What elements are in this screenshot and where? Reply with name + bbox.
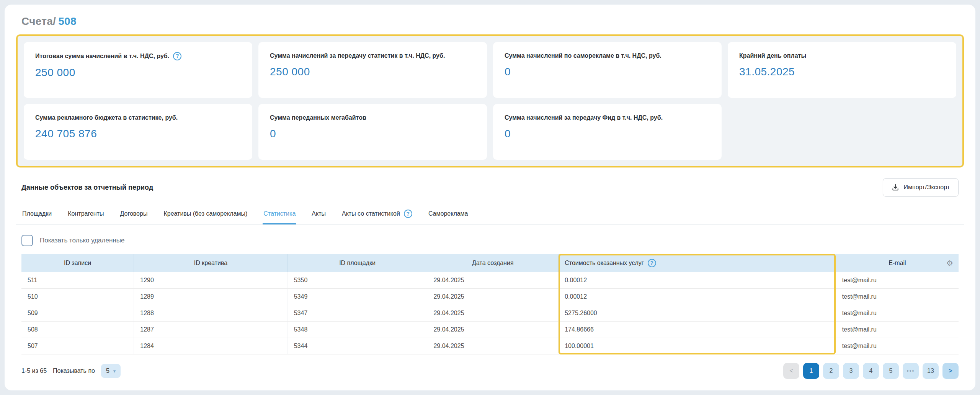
chevron-down-icon: ▾: [113, 368, 116, 374]
summary-cards-highlight-box: Итоговая сумма начислений в т.ч. НДС, ру…: [16, 34, 964, 167]
cell-record-id: 507: [21, 338, 134, 354]
import-export-button[interactable]: Импорт/Экспорт: [883, 178, 959, 197]
tab-label: Договоры: [120, 210, 147, 217]
cell-record-id: 509: [21, 305, 134, 322]
tab-akty-so-statistikoy[interactable]: Акты со статистикой ?: [341, 204, 413, 224]
tab-samoreklama[interactable]: Самореклама: [428, 204, 469, 224]
cell-creative-id: 1290: [134, 272, 287, 289]
tab-label: Акты со статистикой: [342, 210, 400, 217]
tab-label: Статистика: [263, 210, 296, 217]
breadcrumb-count: 508: [58, 15, 77, 27]
cell-service-cost: 100.00001: [559, 338, 836, 354]
cell-platform-id: 5344: [287, 338, 427, 354]
tab-kontragenty[interactable]: Контрагенты: [67, 204, 105, 224]
cell-service-cost: 0.00012: [559, 289, 836, 305]
cell-creative-id: 1289: [134, 289, 287, 305]
pagination-prev-button[interactable]: <: [783, 363, 799, 379]
pagination-ellipsis[interactable]: •••: [903, 363, 919, 379]
cell-platform-id: 5350: [287, 272, 427, 289]
card-value: 31.05.2025: [739, 66, 945, 78]
card-label: Сумма начислений по саморекламе в т.ч. Н…: [505, 52, 710, 60]
show-deleted-checkbox[interactable]: [21, 235, 33, 246]
col-header-email: E-mail ⚙: [836, 254, 959, 272]
import-export-label: Импорт/Экспорт: [904, 184, 950, 191]
download-icon: [892, 184, 899, 191]
cell-record-id: 511: [21, 272, 134, 289]
cell-platform-id: 5348: [287, 322, 427, 338]
cell-email: test@mail.ru: [836, 322, 959, 338]
card-value: 250 000: [35, 67, 241, 79]
card-label: Сумма рекламного бюджета в статистике, р…: [35, 114, 241, 122]
tab-label: Площадки: [22, 210, 52, 217]
cell-created-date: 29.04.2025: [427, 305, 559, 322]
table-row: 511 1290 5350 29.04.2025 0.00012 test@ma…: [21, 272, 959, 289]
page-size-label: Показывать по: [53, 367, 95, 374]
tab-dogovory[interactable]: Договоры: [119, 204, 148, 224]
cell-creative-id: 1284: [134, 338, 287, 354]
tab-label: Самореклама: [428, 210, 468, 217]
help-icon[interactable]: ?: [648, 259, 656, 267]
cell-platform-id: 5347: [287, 305, 427, 322]
page-size-select[interactable]: 5 ▾: [101, 364, 121, 378]
pagination-page-3[interactable]: 3: [843, 363, 859, 379]
tab-akty[interactable]: Акты: [311, 204, 327, 224]
pagination-page-1[interactable]: 1: [803, 363, 819, 379]
cell-email: test@mail.ru: [836, 338, 959, 354]
table-row: 510 1289 5349 29.04.2025 0.00012 test@ma…: [21, 289, 959, 305]
card-label: Сумма начислений за передачу статистик в…: [270, 52, 475, 60]
filter-row: Показать только удаленные: [21, 235, 959, 246]
pagination-page-4[interactable]: 4: [863, 363, 879, 379]
range-text: 1-5 из 65: [21, 367, 47, 374]
card-value: 0: [505, 66, 710, 78]
gear-icon[interactable]: ⚙: [946, 259, 953, 267]
main-panel: Счета/508 Итоговая сумма начислений в т.…: [5, 5, 975, 390]
pagination: < 1 2 3 4 5 ••• 13 >: [783, 363, 959, 379]
cell-service-cost: 5275.26000: [559, 305, 836, 322]
tab-statistika[interactable]: Статистика: [263, 204, 296, 224]
card-value: 250 000: [270, 66, 475, 78]
section-title: Данные объектов за отчетный период: [21, 184, 153, 192]
cell-service-cost: 0.00012: [559, 272, 836, 289]
help-icon[interactable]: ?: [173, 52, 181, 60]
pagination-next-button[interactable]: >: [942, 363, 959, 379]
card-total-accruals: Итоговая сумма начислений в т.ч. НДС, ру…: [24, 42, 252, 98]
breadcrumb: Счета/508: [21, 15, 964, 28]
tab-kreativy[interactable]: Креативы (без саморекламы): [163, 204, 248, 224]
pagination-page-13[interactable]: 13: [923, 363, 939, 379]
cell-created-date: 29.04.2025: [427, 322, 559, 338]
cell-email: test@mail.ru: [836, 289, 959, 305]
help-icon[interactable]: ?: [404, 210, 412, 218]
pagination-page-5[interactable]: 5: [883, 363, 899, 379]
card-selfad-accruals: Сумма начислений по саморекламе в т.ч. Н…: [493, 42, 722, 98]
cell-created-date: 29.04.2025: [427, 289, 559, 305]
col-header-service-cost: Стоимость оказанных услуг ?: [559, 254, 836, 272]
card-label: Итоговая сумма начислений в т.ч. НДС, ру…: [35, 52, 241, 60]
card-payment-deadline: Крайний день оплаты 31.05.2025: [728, 42, 956, 98]
tab-label: Акты: [312, 210, 326, 217]
col-header-creative-id: ID креатива: [134, 254, 287, 272]
tab-ploshchadki[interactable]: Площадки: [21, 204, 52, 224]
tab-label: Креативы (без саморекламы): [163, 210, 247, 217]
card-value: 240 705 876: [35, 128, 241, 140]
col-header-email-label: E-mail: [889, 260, 906, 266]
table-header-row: ID записи ID креатива ID площадки Дата с…: [21, 254, 959, 272]
data-table-wrapper: ID записи ID креатива ID площадки Дата с…: [21, 254, 959, 354]
card-label: Крайний день оплаты: [739, 52, 945, 60]
pagination-page-2[interactable]: 2: [823, 363, 839, 379]
col-header-created-date: Дата создания: [427, 254, 559, 272]
card-ad-budget: Сумма рекламного бюджета в статистике, р…: [24, 104, 252, 160]
tab-bar: Площадки Контрагенты Договоры Креативы (…: [16, 204, 964, 225]
section-header: Данные объектов за отчетный период Импор…: [16, 178, 964, 197]
chevron-left-icon: <: [789, 367, 793, 374]
table-row: 509 1288 5347 29.04.2025 5275.26000 test…: [21, 305, 959, 322]
card-stats-transfer-accruals: Сумма начислений за передачу статистик в…: [258, 42, 487, 98]
card-label-text: Итоговая сумма начислений в т.ч. НДС, ру…: [35, 52, 169, 60]
cell-platform-id: 5349: [287, 289, 427, 305]
table-row: 508 1287 5348 29.04.2025 174.86666 test@…: [21, 322, 959, 338]
cell-created-date: 29.04.2025: [427, 272, 559, 289]
cell-record-id: 510: [21, 289, 134, 305]
data-table: ID записи ID креатива ID площадки Дата с…: [21, 254, 959, 354]
cell-email: test@mail.ru: [836, 272, 959, 289]
table-footer: 1-5 из 65 Показывать по 5 ▾ < 1 2 3 4 5 …: [21, 363, 959, 379]
cell-creative-id: 1288: [134, 305, 287, 322]
